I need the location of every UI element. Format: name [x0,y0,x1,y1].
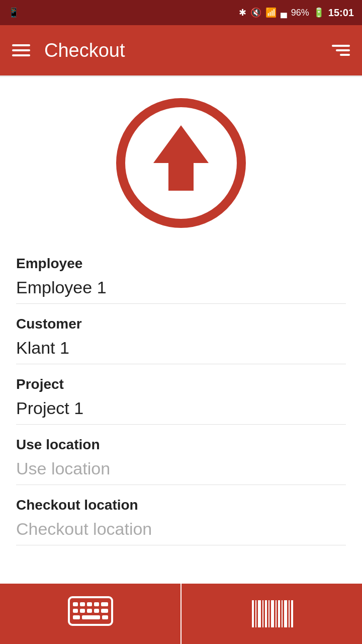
keyboard-button[interactable] [0,584,180,644]
svg-rect-5 [87,602,92,606]
svg-marker-1 [153,125,209,191]
employee-value[interactable]: Employee 1 [16,276,346,299]
svg-rect-23 [276,600,277,627]
svg-rect-27 [289,600,290,627]
checkout-location-value[interactable]: Checkout location [16,517,346,541]
customer-value[interactable]: Klant 1 [16,336,346,360]
svg-rect-13 [73,615,80,619]
svg-rect-26 [284,600,287,627]
svg-rect-20 [265,600,267,627]
svg-rect-16 [252,600,254,627]
svg-rect-10 [87,609,92,613]
bottom-buttons [0,584,362,644]
status-bar: 📱 ✱ 🔇 📶 ▄ 96% 🔋 15:01 [0,0,362,25]
content-area: Employee Employee 1 Customer Klant 1 Pro… [0,77,362,616]
svg-rect-21 [268,600,269,627]
svg-rect-7 [101,602,108,606]
svg-rect-28 [291,600,293,627]
wifi-icon: 📶 [265,7,277,18]
bluetooth-icon: ✱ [239,7,246,18]
battery-percentage: 96% [291,8,309,18]
svg-rect-22 [271,600,274,627]
status-time: 15:01 [328,7,354,19]
checkout-location-divider [16,545,346,545]
svg-rect-17 [255,600,256,627]
mute-icon: 🔇 [250,7,261,18]
svg-rect-14 [82,615,100,619]
status-left-icons: 📱 [8,7,19,18]
use-location-value[interactable]: Use location [16,457,346,480]
keyboard-icon [68,596,113,631]
svg-rect-24 [278,600,280,627]
svg-rect-11 [94,609,99,613]
checkout-icon-container [16,77,346,244]
svg-rect-12 [101,609,108,613]
svg-rect-25 [282,600,283,627]
svg-rect-3 [73,602,78,606]
page-title: Checkout [44,40,332,61]
employee-divider [16,303,346,304]
signal-icon: ▄ [281,8,287,18]
checkout-upload-icon [116,98,246,228]
employee-label: Employee [16,256,346,272]
filter-button[interactable] [332,45,350,56]
svg-rect-9 [80,609,85,613]
svg-rect-15 [102,615,108,619]
svg-rect-19 [262,600,263,627]
customer-label: Customer [16,316,346,332]
project-label: Project [16,376,346,392]
svg-rect-4 [80,602,85,606]
app-bar: Checkout [0,25,362,75]
menu-button[interactable] [12,44,30,56]
barcode-button[interactable] [182,584,362,644]
battery-icon: 🔋 [313,7,324,18]
use-location-label: Use location [16,437,346,453]
barcode-icon [249,596,295,631]
svg-rect-8 [73,609,78,613]
device-icon: 📱 [8,8,19,18]
svg-rect-18 [258,600,261,627]
project-value[interactable]: Project 1 [16,396,346,420]
project-divider [16,424,346,425]
use-location-divider [16,485,346,485]
svg-rect-6 [94,602,99,606]
checkout-location-label: Checkout location [16,497,346,513]
customer-divider [16,364,346,364]
